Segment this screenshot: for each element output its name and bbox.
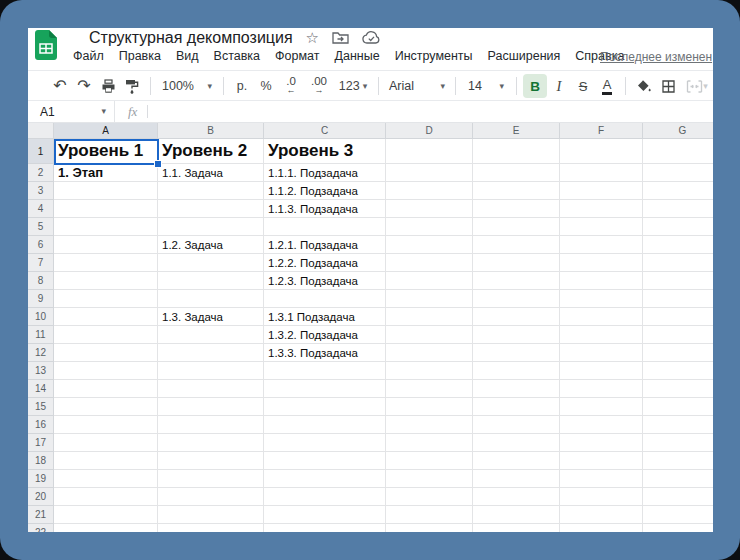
- cell-A19[interactable]: [54, 470, 158, 488]
- menu-file[interactable]: Файл: [73, 49, 104, 63]
- star-icon[interactable]: ☆: [306, 30, 319, 45]
- cloud-saved-icon[interactable]: [362, 31, 381, 44]
- cell-F17[interactable]: [560, 434, 643, 452]
- italic-button[interactable]: I: [547, 74, 571, 98]
- cell-E5[interactable]: [473, 218, 560, 236]
- cell-E7[interactable]: [473, 254, 560, 272]
- menu-view[interactable]: Вид: [176, 49, 199, 63]
- cell-G16[interactable]: [643, 416, 713, 434]
- cell-C16[interactable]: [264, 416, 386, 434]
- cell-A17[interactable]: [54, 434, 158, 452]
- font-family-select[interactable]: Arial ▾: [385, 79, 449, 93]
- cell-F15[interactable]: [560, 398, 643, 416]
- cell-B9[interactable]: [158, 290, 264, 308]
- last-edit-link[interactable]: Последнее изменен: [600, 50, 712, 64]
- cell-F2[interactable]: [560, 164, 643, 182]
- cell-D22[interactable]: [386, 524, 473, 532]
- text-color-button[interactable]: A: [595, 74, 619, 98]
- cell-E1[interactable]: [473, 139, 560, 164]
- cell-C14[interactable]: [264, 380, 386, 398]
- cell-A15[interactable]: [54, 398, 158, 416]
- row-header-9[interactable]: 9: [28, 290, 54, 308]
- sheets-logo-icon[interactable]: [35, 30, 57, 64]
- cell-A2[interactable]: 1. Этап: [54, 164, 158, 182]
- cell-A8[interactable]: [54, 272, 158, 290]
- cell-B2[interactable]: 1.1. Задача: [158, 164, 264, 182]
- cell-D3[interactable]: [386, 182, 473, 200]
- cell-D1[interactable]: [386, 139, 473, 164]
- cell-G19[interactable]: [643, 470, 713, 488]
- cell-F10[interactable]: [560, 308, 643, 326]
- cell-G7[interactable]: [643, 254, 713, 272]
- cell-F22[interactable]: [560, 524, 643, 532]
- cell-G14[interactable]: [643, 380, 713, 398]
- cell-G15[interactable]: [643, 398, 713, 416]
- cell-C10[interactable]: 1.3.1 Подзадача: [264, 308, 386, 326]
- cell-A6[interactable]: [54, 236, 158, 254]
- cell-C12[interactable]: 1.3.3. Подзадача: [264, 344, 386, 362]
- cell-G4[interactable]: [643, 200, 713, 218]
- cell-B4[interactable]: [158, 200, 264, 218]
- name-box[interactable]: A1 ▾: [28, 105, 114, 119]
- row-header-13[interactable]: 13: [28, 362, 54, 380]
- column-header-C[interactable]: C: [264, 123, 386, 139]
- row-header-8[interactable]: 8: [28, 272, 54, 290]
- row-header-11[interactable]: 11: [28, 326, 54, 344]
- column-header-E[interactable]: E: [473, 123, 560, 139]
- cell-G11[interactable]: [643, 326, 713, 344]
- cell-G5[interactable]: [643, 218, 713, 236]
- zoom-select[interactable]: 100% ▾: [157, 79, 217, 93]
- decrease-decimals-button[interactable]: .0 ←: [278, 74, 304, 98]
- cell-A11[interactable]: [54, 326, 158, 344]
- cell-A10[interactable]: [54, 308, 158, 326]
- font-size-select[interactable]: 14 ▾: [462, 79, 510, 93]
- cell-D9[interactable]: [386, 290, 473, 308]
- cell-D12[interactable]: [386, 344, 473, 362]
- cell-E12[interactable]: [473, 344, 560, 362]
- cell-C2[interactable]: 1.1.1. Подзадача: [264, 164, 386, 182]
- cell-C9[interactable]: [264, 290, 386, 308]
- cell-F21[interactable]: [560, 506, 643, 524]
- cell-E17[interactable]: [473, 434, 560, 452]
- cell-B13[interactable]: [158, 362, 264, 380]
- cell-E19[interactable]: [473, 470, 560, 488]
- row-header-21[interactable]: 21: [28, 506, 54, 524]
- cell-B10[interactable]: 1.3. Задача: [158, 308, 264, 326]
- cell-F12[interactable]: [560, 344, 643, 362]
- select-all-corner[interactable]: [28, 123, 54, 139]
- undo-button[interactable]: ↶: [48, 74, 72, 98]
- cell-B11[interactable]: [158, 326, 264, 344]
- row-header-2[interactable]: 2: [28, 164, 54, 182]
- row-header-16[interactable]: 16: [28, 416, 54, 434]
- cell-A9[interactable]: [54, 290, 158, 308]
- cell-D19[interactable]: [386, 470, 473, 488]
- cell-F13[interactable]: [560, 362, 643, 380]
- cell-F20[interactable]: [560, 488, 643, 506]
- cell-E18[interactable]: [473, 452, 560, 470]
- more-formats-button[interactable]: 123 ▾: [334, 79, 372, 93]
- cell-F11[interactable]: [560, 326, 643, 344]
- cell-G20[interactable]: [643, 488, 713, 506]
- cell-E10[interactable]: [473, 308, 560, 326]
- cell-F3[interactable]: [560, 182, 643, 200]
- cell-F1[interactable]: [560, 139, 643, 164]
- cell-G22[interactable]: [643, 524, 713, 532]
- cell-G10[interactable]: [643, 308, 713, 326]
- cell-B7[interactable]: [158, 254, 264, 272]
- cell-B20[interactable]: [158, 488, 264, 506]
- cell-F7[interactable]: [560, 254, 643, 272]
- cell-F18[interactable]: [560, 452, 643, 470]
- cell-A18[interactable]: [54, 452, 158, 470]
- borders-button[interactable]: [656, 74, 680, 98]
- cell-D6[interactable]: [386, 236, 473, 254]
- cell-C15[interactable]: [264, 398, 386, 416]
- cell-E2[interactable]: [473, 164, 560, 182]
- fill-color-button[interactable]: [632, 74, 656, 98]
- merge-cells-button[interactable]: ▾: [680, 74, 713, 98]
- row-header-19[interactable]: 19: [28, 470, 54, 488]
- column-header-F[interactable]: F: [560, 123, 643, 139]
- row-header-20[interactable]: 20: [28, 488, 54, 506]
- cell-A16[interactable]: [54, 416, 158, 434]
- row-header-14[interactable]: 14: [28, 380, 54, 398]
- cell-E13[interactable]: [473, 362, 560, 380]
